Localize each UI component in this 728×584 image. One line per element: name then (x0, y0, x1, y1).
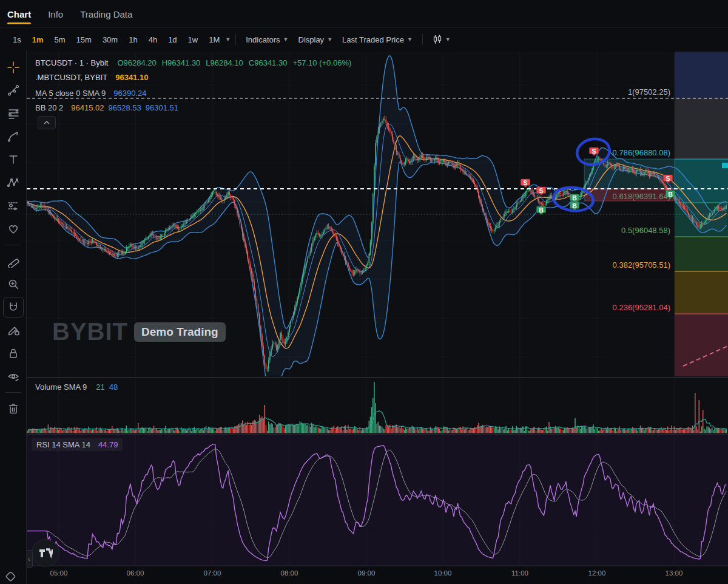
chart-canvas[interactable]: 1(97502.25)0.786(96880.08)0.618(96391.64… (0, 0, 728, 584)
menu-indicators[interactable]: Indicators▼ (241, 33, 293, 47)
timeframe-1w[interactable]: 1w (183, 33, 204, 47)
chart-toolbar: 1s1m5m15m30m1h4h1d1w1M▼Indicators▼Displa… (0, 28, 728, 51)
timeframe-1M[interactable]: 1M (203, 33, 225, 47)
time-label: 09:00 (358, 569, 376, 577)
svg-text:B: B (572, 202, 577, 209)
menu-label: Display (298, 35, 325, 44)
time-label: 12:00 (588, 569, 606, 577)
stay-drawing-mode-icon (7, 324, 20, 337)
timeframe-30m[interactable]: 30m (97, 33, 123, 47)
ohlc-values: O96284.20H96341.30L96284.10C96341.30+57.… (117, 58, 351, 67)
candles-icon (433, 35, 442, 44)
tool-favorites-heart[interactable] (3, 219, 24, 239)
svg-text:S: S (523, 179, 527, 186)
tool-brush[interactable] (3, 126, 24, 147)
favorites-heart-icon (7, 222, 20, 236)
tool-remove-drawings[interactable] (3, 398, 24, 419)
tool-xabcd-pattern[interactable] (3, 172, 24, 193)
timeframe-15m[interactable]: 15m (71, 33, 97, 47)
toolbar-divider (5, 245, 21, 245)
tool-forecast[interactable] (3, 195, 24, 216)
object-tree-icon[interactable] (2, 568, 18, 584)
tool-fib-retracement[interactable] (3, 103, 24, 124)
tool-magnet[interactable] (3, 297, 24, 317)
svg-text:B: B (572, 194, 577, 202)
ohlc-value: L96284.10 (206, 58, 243, 67)
timeframe-1h[interactable]: 1h (123, 33, 143, 47)
tool-crosshair[interactable] (3, 57, 24, 78)
trend-line-icon (7, 84, 20, 97)
tool-zoom-in[interactable] (3, 274, 24, 294)
menu-label: Last Traded Price (342, 35, 404, 44)
bb-legend[interactable]: BB 20 2 96415.02 96528.53 96301.51 (35, 103, 178, 112)
hide-drawings-icon (7, 370, 20, 383)
fib-label: 0.5(96048.58) (621, 226, 670, 235)
magnet-icon (7, 300, 20, 314)
tab-trading-data[interactable]: Trading Data (80, 2, 132, 25)
ma-value: 96390.24 (113, 89, 146, 98)
menu-last-traded-price[interactable]: Last Traded Price▼ (337, 33, 417, 47)
symbol-legend[interactable]: BTCUSDT · 1 · Bybit O96284.20H96341.30L9… (35, 58, 351, 67)
time-label: 10:00 (434, 569, 452, 577)
tool-hide-drawings[interactable] (3, 366, 24, 387)
tool-text[interactable] (3, 149, 24, 170)
zoom-in-icon (7, 277, 20, 291)
forecast-icon (7, 199, 20, 212)
time-label: 07:00 (204, 569, 221, 577)
menu-label: Indicators (246, 35, 280, 44)
tab-info[interactable]: Info (48, 2, 63, 25)
tool-trend-line[interactable] (3, 80, 24, 101)
toolbar-divider (5, 392, 21, 393)
crosshair-icon (7, 61, 20, 74)
fib-label: 0.382(95705.51) (613, 260, 670, 270)
caret-down-icon: ▼ (327, 36, 332, 42)
svg-text:B: B (539, 206, 544, 214)
tool-lock-drawings[interactable] (3, 343, 24, 364)
fib-label: 0.786(96880.08) (613, 148, 670, 157)
ma-title: MA 5 close 0 SMA 9 (35, 89, 106, 98)
timeframe-1s[interactable]: 1s (7, 33, 27, 47)
ma-legend[interactable]: MA 5 close 0 SMA 9 96390.24 (35, 89, 147, 98)
time-label: 08:00 (281, 569, 298, 577)
tv-icon (38, 547, 53, 559)
bb-title: BB 20 2 (35, 103, 63, 112)
toolbar-divider (422, 34, 423, 45)
mbtc-legend[interactable]: .MBTCUSDT, BYBIT 96341.10 (35, 73, 148, 82)
toolbar-divider (235, 34, 236, 45)
ohlc-value: O96284.20 (117, 58, 156, 67)
volume-value: 21 (96, 382, 104, 392)
menu-display[interactable]: Display▼ (294, 33, 338, 47)
timeframe-1m[interactable]: 1m (27, 33, 49, 47)
rsi-title: RSI 14 SMA 14 (36, 440, 90, 449)
legend-collapse-button[interactable] (38, 116, 56, 129)
top-tab-bar: ChartInfoTrading Data (0, 0, 728, 28)
tradingview-logo[interactable] (32, 539, 59, 567)
rsi-value: 44.79 (98, 440, 118, 449)
ohlc-value: C96341.30 (249, 58, 288, 67)
timeframe-4h[interactable]: 4h (143, 33, 163, 47)
timeframe-1d[interactable]: 1d (163, 33, 182, 47)
ohlc-value: +57.10 (+0.06%) (292, 58, 351, 67)
watermark: BYBIT Demo Trading (52, 318, 226, 345)
fib-label: 1(97502.25) (628, 87, 670, 97)
candle-style-button[interactable]: ▼ (428, 32, 456, 47)
caret-down-icon: ▼ (407, 36, 413, 42)
lock-drawings-icon (7, 347, 20, 360)
mbtc-value: 96341.10 (115, 73, 148, 82)
tool-stay-drawing-mode[interactable] (3, 320, 24, 341)
tab-chart[interactable]: Chart (7, 2, 31, 25)
trading-app: ChartInfoTrading Data 1s1m5m15m30m1h4h1d… (0, 0, 728, 584)
timeframe-5m[interactable]: 5m (49, 33, 71, 47)
tool-ruler[interactable] (3, 251, 24, 271)
mbtc-title: .MBTCUSDT, BYBIT (35, 73, 107, 82)
brush-icon (7, 130, 20, 143)
ohlc-value: H96341.30 (162, 58, 201, 67)
drawing-toolbar (0, 51, 27, 584)
text-icon (7, 153, 20, 166)
time-label: 13:00 (666, 569, 683, 577)
bb-basis-value: 96415.02 (71, 103, 104, 112)
volume-legend[interactable]: Volume SMA 9 21 48 (35, 382, 118, 392)
rsi-legend[interactable]: RSI 14 SMA 14 44.79 (32, 438, 123, 451)
svg-text:S: S (666, 175, 670, 182)
chevron-up-icon (43, 120, 50, 125)
